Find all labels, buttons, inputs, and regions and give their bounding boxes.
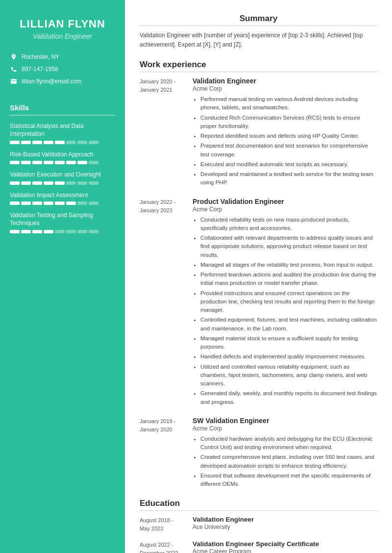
contact-location-text: Rochester, NY [22,53,59,60]
list-item: Managed material stock to ensure a suffi… [200,334,377,352]
skill-dot-empty [77,181,87,185]
job-dates: January 2022 -January 2023 [140,198,193,408]
list-item: Performed manual testing on various Andr… [200,95,377,112]
list-item: Handled defects and implemented quality … [200,352,377,361]
skill-dot-empty [89,181,98,185]
edu-content: Validation Engineer Specialty Certificat… [193,540,319,553]
skill-bar [10,161,115,164]
list-item: Reported identified issues and defects u… [200,132,377,140]
summary-title: Summary [140,14,377,26]
job-bullets: Conducted reliability tests on new mass-… [193,216,377,406]
location-icon [10,53,18,61]
skill-dot-filled [21,230,31,233]
job-company: Acme Corp [193,85,377,92]
candidate-title: Validation Engineer [10,32,115,40]
edu-content: Validation EngineerAce University [193,516,254,533]
work-experience-section: Work experience January 2020 -January 20… [140,60,377,490]
job-dates: January 2020 -January 2021 [140,77,193,189]
jobs-list: January 2020 -January 2021Validation Eng… [140,77,377,490]
main-content: Summary Validation Engineer with [number… [125,0,392,553]
skill-dot-filled [10,201,20,205]
skill-dot-filled [55,181,65,185]
skill-dot-empty [66,141,76,144]
skill-item: Statistical Analysis and Data Interpreta… [10,123,115,144]
job-dates: January 2019 -January 2020 [140,417,193,490]
edu-school: Ace University [193,524,254,530]
skill-dot-empty [89,161,98,164]
skill-dot-empty [66,230,76,233]
education-section: Education August 2018 -May 2022Validatio… [140,499,377,553]
skill-dot-filled [10,181,20,185]
list-item: Developed and maintained a testbed web s… [200,170,377,187]
skill-bar [10,201,115,205]
phone-icon [10,65,18,73]
skills-header: Skills [10,103,115,116]
skill-dot-filled [66,161,76,164]
skill-dot-empty [66,181,76,185]
job-entry: January 2019 -January 2020SW Validation … [140,417,377,490]
list-item: Collaborated with relevant departments t… [200,234,377,259]
list-item: Provided instructions and ensured correc… [200,289,377,315]
skill-dot-filled [21,181,31,185]
list-item: Utilized and controlled various reliabil… [200,363,377,388]
skill-item: Risk-Based Validation Approach [10,151,115,165]
email-icon [10,77,18,85]
skill-dot-filled [32,161,42,164]
contact-phone: 897-147-1958 [10,65,115,73]
skill-bar [10,141,115,144]
contact-phone-text: 897-147-1958 [22,66,58,73]
skill-bar [10,230,115,233]
edu-entry: August 2018 -May 2022Validation Engineer… [140,516,377,533]
skill-dot-filled [10,230,20,233]
skill-item: Validation Execution and Oversight [10,171,115,185]
edu-degree: Validation Engineer Specialty Certificat… [193,540,319,548]
skill-dot-filled [44,161,53,164]
resume-container: LILLIAN FLYNN Validation Engineer Roches… [0,0,392,553]
skill-dot-filled [44,201,53,205]
job-content: Product Validation EngineerAcme CorpCond… [193,198,377,408]
edu-entry: August 2022 -December 2022Validation Eng… [140,540,377,553]
skill-dot-filled [21,161,31,164]
skill-dot-filled [66,201,76,205]
skill-dot-empty [77,141,87,144]
contact-email: lillian.flynn@email.com [10,77,115,85]
list-item: Executed and modified automatic test scr… [200,160,377,169]
summary-text: Validation Engineer with [number of year… [140,31,377,49]
job-bullets: Performed manual testing on various Andr… [193,95,377,187]
skill-dot-empty [55,230,65,233]
skill-dot-filled [10,161,20,164]
list-item: Ensured that software development met th… [200,472,377,489]
skill-name: Statistical Analysis and Data Interpreta… [10,123,115,138]
skill-dot-filled [21,201,31,205]
job-role: SW Validation Engineer [193,417,377,425]
skills-list: Statistical Analysis and Data Interpreta… [10,123,115,233]
job-content: SW Validation EngineerAcme CorpConducted… [193,417,377,490]
contact-list: Rochester, NY 897-147-1958 lillian.f [10,53,115,90]
job-company: Acme Corp [193,206,377,213]
summary-section: Summary Validation Engineer with [number… [140,14,377,49]
list-item: Conducted Rich Communication Services (R… [200,114,377,131]
list-item: Managed all stages of the reliability te… [200,261,377,269]
list-item: Performed teardown actions and audited t… [200,271,377,288]
skill-dot-filled [32,230,42,233]
skill-bar [10,181,115,185]
skill-dot-filled [77,161,87,164]
skill-dot-filled [10,141,20,144]
skill-name: Risk-Based Validation Approach [10,151,115,159]
list-item: Prepared test documentation and test sce… [200,142,377,159]
list-item: Conducted hardware analysis and debuggin… [200,435,377,452]
work-title: Work experience [140,60,377,72]
edu-dates: August 2018 -May 2022 [140,516,193,533]
education-title: Education [140,499,377,511]
skill-name: Validation Impact Assessment [10,192,115,200]
skill-dot-filled [55,201,65,205]
job-entry: January 2022 -January 2023Product Valida… [140,198,377,408]
edu-degree: Validation Engineer [193,516,254,523]
job-role: Product Validation Engineer [193,198,377,205]
skill-dot-filled [55,141,65,144]
skill-dot-filled [32,201,42,205]
list-item: Generated daily, weekly, and monthly rep… [200,389,377,406]
list-item: Conducted reliability tests on new mass-… [200,216,377,233]
skill-dot-empty [89,230,98,233]
edu-list: August 2018 -May 2022Validation Engineer… [140,516,377,553]
